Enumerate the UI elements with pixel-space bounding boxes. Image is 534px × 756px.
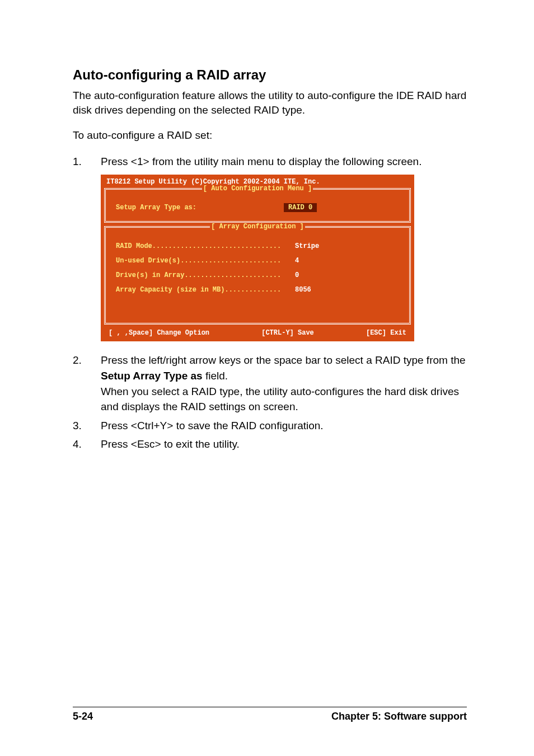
drives-in-array-row: Drive(s) in Array.......................… — [116, 271, 399, 279]
setup-array-type-label: Setup Array Type as: — [116, 204, 284, 212]
step-text: Press <1> from the utility main menu to … — [101, 154, 467, 170]
row-label: Un-used Drive(s)........................… — [116, 257, 295, 265]
chapter-title: Chapter 5: Software support — [331, 711, 467, 722]
row-label: Drive(s) in Array.......................… — [116, 271, 295, 279]
row-value: Stripe — [295, 242, 319, 250]
footer-change-option: [ , ,Space] Change Option — [109, 329, 209, 337]
setup-array-type-bold: Setup Array Type as — [101, 370, 203, 382]
page-footer: 5-24 Chapter 5: Software support — [73, 707, 467, 722]
step-text: Press <Ctrl+Y> to save the RAID configur… — [101, 418, 467, 434]
row-value: 4 — [295, 257, 299, 265]
array-configuration-panel: [ Array Configuration ] RAID Mode.......… — [104, 226, 411, 325]
panel-label: [ Auto Configuration Menu ] — [106, 185, 409, 192]
raid-mode-row: RAID Mode...............................… — [116, 242, 399, 250]
row-value: 0 — [295, 271, 299, 279]
setup-array-type-row: Setup Array Type as: RAID 0 — [116, 203, 399, 212]
step-text: Press <Esc> to exit the utility. — [101, 436, 467, 452]
step-number: 4. — [73, 436, 101, 452]
step-number: 3. — [73, 418, 101, 434]
auto-config-menu-panel: [ Auto Configuration Menu ] Setup Array … — [104, 188, 411, 223]
array-capacity-row: Array Capacity (size in MB).............… — [116, 286, 399, 294]
unused-drives-row: Un-used Drive(s)........................… — [116, 257, 399, 265]
intro-paragraph: The auto-configuration feature allows th… — [73, 88, 467, 117]
row-value: 8056 — [295, 286, 311, 294]
lead-paragraph: To auto-configure a RAID set: — [73, 128, 467, 143]
step-text: Press the left/right arrow keys or the s… — [101, 353, 467, 414]
step-1: 1. Press <1> from the utility main menu … — [73, 154, 467, 170]
step-number: 2. — [73, 353, 101, 414]
bios-screenshot: IT8212 Setup Utility (C)Copyright 2002-2… — [101, 175, 414, 341]
panel-label: [ Array Configuration ] — [106, 223, 409, 231]
page-number: 5-24 — [73, 711, 93, 722]
step-3: 3. Press <Ctrl+Y> to save the RAID confi… — [73, 418, 467, 434]
step-number: 1. — [73, 154, 101, 170]
setup-array-type-value[interactable]: RAID 0 — [284, 203, 317, 212]
section-heading: Auto-configuring a RAID array — [73, 67, 467, 83]
step-4: 4. Press <Esc> to exit the utility. — [73, 436, 467, 452]
row-label: RAID Mode...............................… — [116, 242, 295, 250]
bios-footer: [ , ,Space] Change Option [CTRL-Y] Save … — [101, 328, 414, 341]
step-2: 2. Press the left/right arrow keys or th… — [73, 353, 467, 414]
row-label: Array Capacity (size in MB).............… — [116, 286, 295, 294]
footer-exit: [ESC] Exit — [366, 329, 406, 337]
footer-save: [CTRL-Y] Save — [261, 329, 314, 337]
